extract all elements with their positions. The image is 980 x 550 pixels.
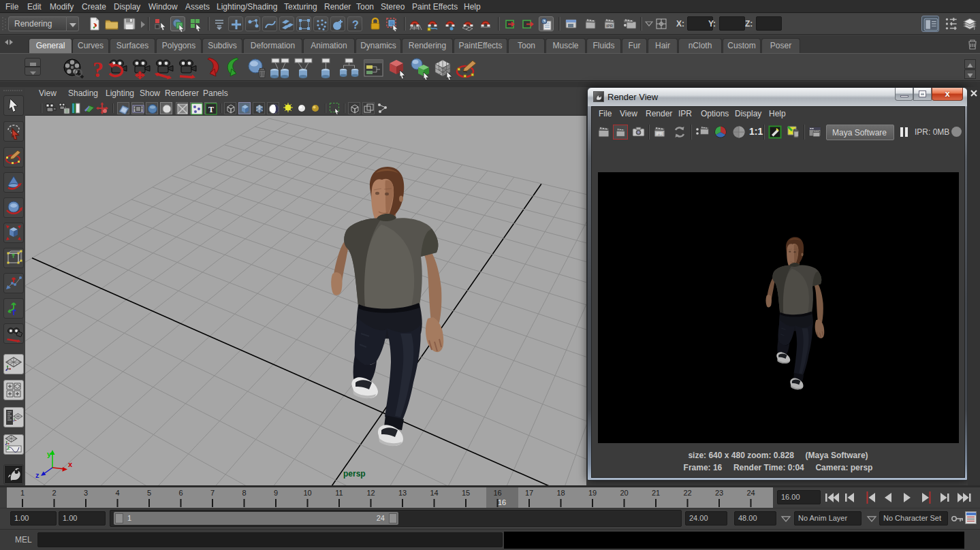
svg-text:20: 20 — [620, 489, 628, 497]
svg-text:13: 13 — [398, 489, 407, 497]
svg-text:2: 2 — [52, 489, 56, 497]
svg-text:4: 4 — [115, 489, 119, 497]
svg-text:10: 10 — [303, 489, 311, 497]
svg-text:11: 11 — [335, 489, 343, 497]
svg-text:T: T — [208, 105, 214, 114]
svg-text:24: 24 — [746, 489, 755, 497]
svg-text:1: 1 — [20, 489, 25, 497]
svg-text:IPR: IPR — [606, 24, 614, 28]
svg-text:9: 9 — [274, 489, 278, 497]
svg-text:16: 16 — [498, 498, 506, 506]
svg-text:?: ? — [93, 57, 104, 80]
svg-text:15: 15 — [462, 489, 470, 497]
svg-text:6: 6 — [178, 489, 183, 497]
svg-text:7: 7 — [210, 489, 215, 497]
svg-text:16: 16 — [493, 489, 501, 497]
svg-text:19: 19 — [588, 489, 597, 497]
svg-text:?: ? — [352, 19, 359, 31]
svg-text:5: 5 — [147, 489, 151, 497]
svg-text:22: 22 — [683, 489, 691, 497]
svg-text:23: 23 — [715, 489, 723, 497]
svg-text:18: 18 — [556, 489, 565, 497]
svg-text:3: 3 — [84, 489, 88, 497]
svg-text:17: 17 — [525, 489, 533, 497]
svg-text:8: 8 — [242, 489, 246, 497]
svg-text:21: 21 — [652, 489, 660, 497]
svg-text:IPR: IPR — [656, 131, 663, 136]
svg-text:12: 12 — [366, 489, 375, 497]
svg-text:14: 14 — [430, 489, 438, 497]
